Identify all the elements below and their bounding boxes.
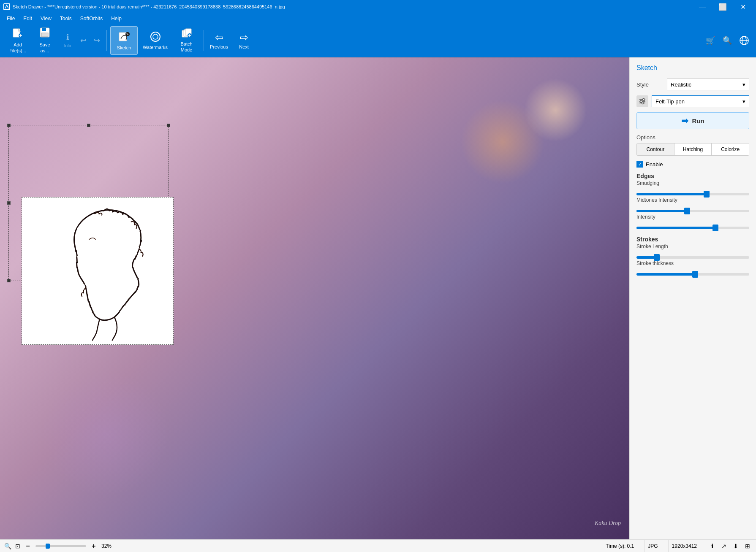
style-label: Style — [636, 81, 662, 88]
watermarks-button[interactable]: Watermarks — [139, 26, 171, 55]
stroke-length-section: Stroke Length — [636, 244, 749, 260]
midtones-thumb[interactable] — [684, 208, 690, 214]
info-button[interactable]: ℹ Info — [59, 26, 76, 55]
batch-mode-icon — [181, 28, 192, 40]
midtones-slider[interactable] — [636, 210, 749, 212]
option-tabs: Contour Hatching Colorize — [636, 143, 749, 156]
search-icon[interactable]: 🔍 — [721, 34, 734, 47]
handle-middle-left[interactable] — [7, 201, 11, 205]
cart-icon[interactable]: 🛒 — [704, 34, 717, 47]
zoom-thumb[interactable] — [46, 544, 50, 549]
maximize-button[interactable]: ⬜ — [713, 0, 732, 14]
run-button[interactable]: ➡ Run — [636, 112, 749, 129]
smudging-section: Smudging — [636, 180, 749, 197]
title-bar: Sketch Drawer - ****Unregistered version… — [0, 0, 756, 14]
window-controls: — ⬜ ✕ — [693, 0, 753, 14]
sketch-button[interactable]: Sketch — [110, 26, 138, 55]
menu-file[interactable]: File — [3, 15, 18, 22]
style-dropdown-arrow: ▾ — [742, 81, 745, 88]
sketch-drawing — [22, 198, 173, 344]
svg-point-21 — [642, 102, 644, 104]
status-share-icon[interactable]: ↗ — [719, 541, 729, 551]
handle-top-left[interactable] — [7, 124, 11, 127]
intensity-slider[interactable] — [636, 227, 749, 229]
tab-contour[interactable]: Contour — [637, 143, 674, 155]
menu-help[interactable]: Help — [108, 15, 125, 22]
menu-softorbits[interactable]: SoftOrbits — [77, 15, 106, 22]
status-zoom-minus-btn[interactable]: − — [24, 542, 32, 550]
enable-checkbox[interactable]: ✓ — [636, 161, 643, 168]
sketch-canvas — [22, 197, 174, 345]
add-files-button[interactable]: AddFile(s)... — [5, 26, 30, 55]
menu-tools[interactable]: Tools — [57, 15, 75, 22]
midtones-label: Midtones Intensity — [636, 197, 749, 203]
menu-bar: File Edit View Tools SoftOrbits Help — [0, 14, 756, 24]
stroke-length-thumb[interactable] — [654, 254, 660, 261]
stroke-thickness-slider[interactable] — [636, 273, 749, 276]
status-bar: 🔍 ⊡ − + 32% Time (s): 0.1 JPG 1920x3412 … — [0, 539, 756, 552]
status-info-icon[interactable]: ℹ — [707, 541, 717, 551]
handle-top-middle[interactable] — [87, 124, 90, 127]
status-download-icon[interactable]: ⬇ — [731, 541, 741, 551]
next-label: Next — [239, 44, 249, 49]
presets-row: Felt-Tip pen ▾ — [636, 95, 749, 107]
menu-view[interactable]: View — [37, 15, 55, 22]
sketch-icon — [118, 31, 130, 43]
svg-point-8 — [151, 32, 160, 41]
save-as-button[interactable]: Saveas... — [32, 26, 57, 55]
status-zoom-out-icon[interactable]: 🔍 — [3, 542, 12, 550]
strokes-section: Strokes Stroke Length Stroke thickness — [636, 236, 749, 277]
smudging-slider[interactable] — [636, 193, 749, 195]
svg-rect-4 — [42, 28, 46, 31]
run-arrow-icon: ➡ — [681, 116, 688, 126]
globe-icon[interactable] — [737, 34, 751, 47]
style-dropdown[interactable]: Realistic ▾ — [667, 78, 749, 90]
enable-label: Enable — [646, 161, 663, 168]
handle-top-right[interactable] — [167, 124, 170, 127]
smudging-label: Smudging — [636, 180, 749, 186]
stroke-thickness-section: Stroke thickness — [636, 260, 749, 277]
status-zoom-plus-btn[interactable]: + — [90, 542, 98, 550]
handle-bottom-left[interactable] — [7, 279, 11, 282]
redo-button[interactable]: ↪ — [90, 26, 103, 55]
smudging-thumb[interactable] — [704, 191, 710, 198]
tab-colorize[interactable]: Colorize — [712, 143, 749, 155]
svg-point-19 — [643, 99, 645, 101]
next-button[interactable]: ⇨ Next — [232, 26, 256, 55]
stroke-length-slider[interactable] — [636, 256, 749, 259]
batch-mode-button[interactable]: BatchMode — [173, 26, 200, 55]
format-label: JPG — [648, 543, 658, 549]
next-icon: ⇨ — [240, 32, 248, 43]
presets-value: Felt-Tip pen — [655, 98, 685, 105]
enable-row: ✓ Enable — [636, 161, 749, 168]
status-grid-icon[interactable]: ⊞ — [742, 541, 753, 551]
presets-dropdown-arrow: ▾ — [742, 98, 745, 105]
strokes-header: Strokes — [636, 236, 749, 243]
stroke-thickness-thumb[interactable] — [692, 271, 698, 278]
intensity-thumb[interactable] — [712, 225, 718, 231]
menu-edit[interactable]: Edit — [20, 15, 35, 22]
svg-rect-5 — [41, 33, 48, 37]
batch-mode-label: BatchMode — [180, 41, 192, 52]
save-as-label: Saveas... — [39, 42, 50, 53]
run-label: Run — [692, 117, 704, 124]
watermarks-icon — [150, 31, 161, 43]
zoom-slider[interactable] — [35, 545, 86, 547]
watermark-text: Kaku Drop — [595, 520, 621, 527]
status-time: Time (s): 0.1 — [602, 540, 637, 552]
minimize-button[interactable]: — — [693, 0, 712, 14]
presets-icon[interactable] — [636, 95, 648, 107]
presets-dropdown[interactable]: Felt-Tip pen ▾ — [652, 95, 749, 107]
stroke-length-label: Stroke Length — [636, 244, 749, 249]
style-value: Realistic — [671, 81, 691, 88]
undo-button[interactable]: ↩ — [77, 26, 90, 55]
tab-hatching[interactable]: Hatching — [674, 143, 712, 155]
right-panel: Sketch Style Realistic ▾ — [629, 57, 756, 539]
canvas-area: Kaku Drop — [0, 57, 629, 539]
previous-button[interactable]: ⇦ Previous — [207, 26, 231, 55]
status-fit-icon[interactable]: ⊡ — [14, 542, 22, 550]
add-files-icon — [12, 27, 23, 41]
close-button[interactable]: ✕ — [733, 0, 753, 14]
previous-label: Previous — [210, 44, 228, 49]
intensity-label: Intensity — [636, 214, 749, 220]
